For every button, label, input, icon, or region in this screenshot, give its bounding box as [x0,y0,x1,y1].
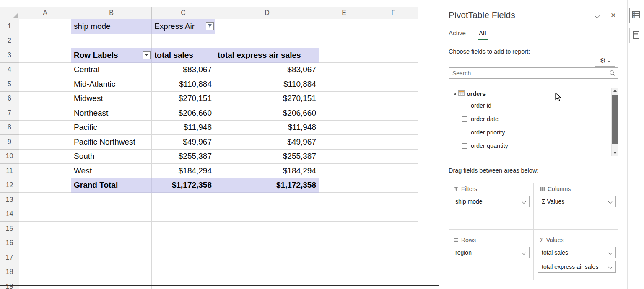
cell-F8[interactable] [369,121,418,135]
cell-F19[interactable] [369,279,418,289]
cell-A16[interactable] [19,236,71,251]
cell-region-label[interactable]: South [71,150,152,164]
row-header-14[interactable]: 14 [0,207,19,222]
field-list-scrollbar[interactable] [611,88,618,156]
cell-C15[interactable] [152,222,215,236]
cell-E13[interactable] [319,193,369,207]
cell-express-sales-value[interactable]: $11,948 [215,121,319,135]
field-tree-orders-row[interactable]: orders [452,90,486,98]
row-header-17[interactable]: 17 [0,250,19,265]
cell-total-sales-value[interactable]: $184,294 [152,164,215,178]
tools-gear-button[interactable]: ⚙ [595,55,615,67]
cell-A2[interactable] [19,34,71,49]
cell-express-sales-value[interactable]: $49,967 [215,135,319,150]
cell-A15[interactable] [19,222,71,236]
row-header-7[interactable]: 7 [0,106,19,121]
cell-A10[interactable] [19,150,71,164]
cell-express-sales-value[interactable]: $270,151 [215,92,319,106]
scroll-down-arrow[interactable] [612,150,618,156]
cell-B17[interactable] [71,250,152,265]
cell-A1[interactable] [19,19,71,34]
cell-E14[interactable] [319,207,369,222]
cell-A11[interactable] [19,164,71,178]
cell-A13[interactable] [19,193,71,207]
field-item-sales[interactable]: sales [462,155,485,157]
area-item-total-sales[interactable]: total sales [538,247,616,258]
cell-C14[interactable] [152,207,215,222]
cell-C18[interactable] [152,265,215,280]
cell-F18[interactable] [369,265,418,280]
collapse-triangle-icon[interactable] [452,90,456,97]
cell-F4[interactable] [369,63,418,77]
cell-D2[interactable] [215,34,319,49]
checkbox-icon[interactable] [462,143,467,149]
cell-D1[interactable] [215,19,319,34]
filter-funnel-icon[interactable] [206,22,214,30]
cell-B16[interactable] [71,236,152,251]
row-header-11[interactable]: 11 [0,164,19,178]
cell-C13[interactable] [152,193,215,207]
cell-F14[interactable] [369,207,418,222]
cell-total-sales-value[interactable]: $11,948 [152,121,215,135]
cell-total-sales-value[interactable]: $49,967 [152,135,215,150]
cell-D15[interactable] [215,222,319,236]
cell-C16[interactable] [152,236,215,251]
checkbox-icon[interactable] [462,157,467,157]
cell-A19[interactable] [19,279,71,289]
cell-region-label[interactable]: Northeast [71,106,152,121]
tab-active[interactable]: Active [449,29,466,36]
cell-F6[interactable] [369,92,418,106]
scroll-thumb[interactable] [612,95,618,144]
cell-E12[interactable] [319,178,369,193]
cell-F3[interactable] [369,48,418,63]
cell-A4[interactable] [19,63,71,77]
cell-B19[interactable] [71,279,152,289]
cell-D16[interactable] [215,236,319,251]
cell-B18[interactable] [71,265,152,280]
cell-A3[interactable] [19,48,71,63]
cell-E2[interactable] [319,34,369,49]
cell-F1[interactable] [369,19,418,34]
cell-E18[interactable] [319,265,369,280]
cell-ship-mode-value[interactable]: Express Air [152,19,215,34]
cell-A5[interactable] [19,77,71,92]
cell-F11[interactable] [369,164,418,178]
cell-D13[interactable] [215,193,319,207]
cell-E10[interactable] [319,150,369,164]
cell-E4[interactable] [319,63,369,77]
cell-total-sales-header[interactable]: total sales [152,48,215,63]
secondary-pane-tab-button[interactable] [629,28,642,43]
row-header-6[interactable]: 6 [0,92,19,106]
row-header-18[interactable]: 18 [0,265,19,280]
cell-region-label[interactable]: Central [71,63,152,77]
cell-D14[interactable] [215,207,319,222]
cell-A18[interactable] [19,265,71,280]
cell-F13[interactable] [369,193,418,207]
cell-E1[interactable] [319,19,369,34]
cell-E7[interactable] [319,106,369,121]
row-header-16[interactable]: 16 [0,236,19,251]
cell-ship-mode-label[interactable]: ship mode [71,19,152,34]
cell-grand-total-label[interactable]: Grand Total [71,178,152,193]
cell-total-sales-value[interactable]: $255,387 [152,150,215,164]
cell-total-sales-value[interactable]: $83,067 [152,63,215,77]
cell-D18[interactable] [215,265,319,280]
row-header-2[interactable]: 2 [0,34,19,49]
cell-E17[interactable] [319,250,369,265]
cell-E5[interactable] [319,77,369,92]
cell-F7[interactable] [369,106,418,121]
area-item-total-express-air-sales[interactable]: total express air sales [538,261,616,273]
select-all-corner[interactable] [0,7,19,19]
cell-total-sales-value[interactable]: $206,660 [152,106,215,121]
cell-F2[interactable] [369,34,418,49]
row-header-13[interactable]: 13 [0,193,19,207]
cell-B15[interactable] [71,222,152,236]
pivottable-fields-pane-tab-button[interactable] [629,8,642,23]
cell-F17[interactable] [369,250,418,265]
column-header-C[interactable]: C [152,7,215,19]
cell-region-label[interactable]: Pacific Northwest [71,135,152,150]
cell-A12[interactable] [19,178,71,193]
row-header-8[interactable]: 8 [0,121,19,135]
cell-region-label[interactable]: Midwest [71,92,152,106]
cell-express-sales-value[interactable]: $184,294 [215,164,319,178]
